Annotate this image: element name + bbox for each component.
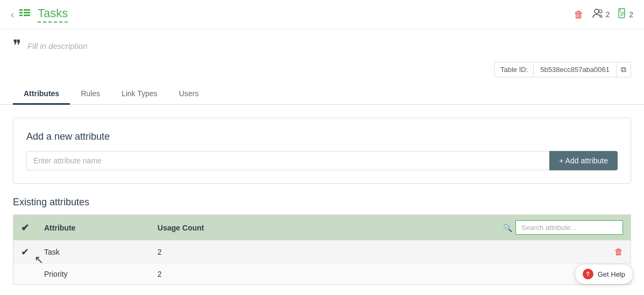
header-left: ‹ Tasks [11,6,68,23]
tab-link-types[interactable]: Link Types [111,84,168,105]
cursor: ↖ [34,253,41,263]
search-attribute-input[interactable] [515,220,623,235]
tabs-container: Attributes Rules Link Types Users [0,84,644,105]
description-area: ❞ Fill in description [0,30,644,62]
svg-rect-5 [24,15,30,16]
users-button[interactable]: 2 [592,9,610,20]
tab-rules[interactable]: Rules [70,84,111,105]
docs-count: 2 [629,10,633,19]
users-icon [592,9,603,20]
row-check-cell: ✔ [13,241,37,264]
svg-rect-4 [24,12,30,13]
svg-rect-0 [19,9,23,11]
copy-id-button[interactable]: ⧉ [616,62,631,77]
back-button[interactable]: ‹ [11,9,14,20]
col-check: ✔ [13,215,37,241]
row-actions: 🗑 [300,241,631,264]
description-placeholder[interactable]: Fill in description [27,41,88,51]
row-usage-count: 2 [150,241,300,264]
table-row: ✔ Task 2 🗑 [13,241,631,264]
list-icon[interactable] [19,9,30,20]
app-title: Tasks [38,6,68,23]
table-id-row: Table ID: 5b538ecc857aba0061 ⧉ [0,62,644,82]
row-check-cell [13,264,37,285]
users-count: 2 [605,10,610,19]
svg-rect-8 [619,9,625,18]
tab-attributes[interactable]: Attributes [13,84,70,105]
add-attribute-row: + Add attribute [26,151,618,170]
row-check-icon: ✔ [21,247,29,257]
quote-icon: ❞ [13,38,21,53]
main-content: Add a new attribute + Add attribute Exis… [0,105,644,295]
add-attribute-card: Add a new attribute + Add attribute [13,118,631,184]
col-usage-count: Usage Count [150,215,300,241]
svg-point-6 [595,9,599,13]
col-search: 🔍 [300,215,631,241]
existing-attributes-section: Existing attributes ✔ Attribute Usage Co… [13,197,631,285]
add-attribute-button[interactable]: + Add attribute [549,151,618,170]
header: ‹ Tasks 🗑 [0,0,644,30]
svg-rect-2 [19,15,23,16]
row-attribute-name: Priority [37,264,150,285]
attributes-table: ✔ Attribute Usage Count 🔍 ✔ [13,214,631,285]
col-attribute: Attribute [37,215,150,241]
add-attribute-title: Add a new attribute [26,131,618,142]
header-right: 🗑 2 [574,8,633,21]
svg-rect-1 [19,12,23,13]
existing-attributes-title: Existing attributes [13,197,631,208]
table-id-container: Table ID: 5b538ecc857aba0061 ⧉ [494,62,631,77]
delete-button[interactable]: 🗑 [574,9,584,20]
table-row: Priority 2 🗑 [13,264,631,285]
tab-users[interactable]: Users [168,84,210,105]
get-help-icon: ? [583,269,593,279]
table-id-label: Table ID: [495,63,534,76]
attribute-name-input[interactable] [26,151,549,170]
table-header-row: ✔ Attribute Usage Count 🔍 [13,215,631,241]
table-id-value: 5b538ecc857aba0061 [534,63,616,76]
svg-rect-3 [24,9,30,11]
delete-row-button[interactable]: 🗑 [614,247,623,257]
header-check-icon: ✔ [21,222,29,233]
get-help-label: Get Help [598,270,625,278]
docs-button[interactable]: 2 [618,8,633,21]
get-help-button[interactable]: ? Get Help [575,264,633,284]
svg-point-7 [599,10,602,13]
row-usage-count: 2 [150,264,300,285]
search-icon: 🔍 [503,224,512,232]
row-attribute-name: Task [37,241,150,264]
delete-icon: 🗑 [574,9,584,20]
docs-icon [618,8,627,21]
